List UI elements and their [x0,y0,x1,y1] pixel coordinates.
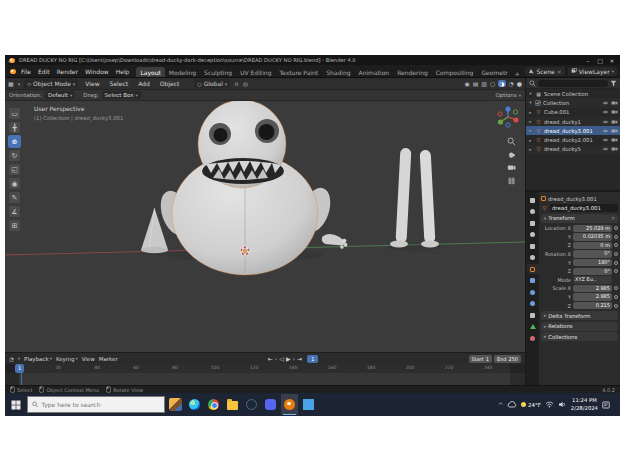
menu-edit[interactable]: Edit [35,68,53,75]
viewlayer-selector[interactable]: ViewLayer ▾ [568,67,617,76]
timeline-track-area[interactable]: 20 40 60 80 100 120 140 160 180 200 220 … [5,364,525,385]
menu-file[interactable]: File [18,68,34,75]
marker-menu[interactable]: Marker [99,356,118,362]
location-z-field[interactable]: 0 m [573,242,612,250]
properties-tab-modifiers-icon[interactable] [527,276,539,286]
lock-icon[interactable] [614,269,618,273]
scene-selector[interactable]: Scene × [525,67,564,76]
collections-panel[interactable]: ▸ Collections [541,332,618,341]
legs-object[interactable] [390,148,439,248]
lock-icon[interactable] [614,226,618,230]
scale-x-field[interactable]: 2.985 [573,285,612,293]
add-primitive-tool[interactable]: ⊞ [8,219,21,232]
outliner-row-cube[interactable]: ▸ ▽ Cube.001 [526,108,620,117]
jump-to-end-button[interactable]: ⇥ [297,355,302,362]
properties-tab-material-icon[interactable] [527,333,539,343]
lock-icon[interactable] [614,286,618,290]
hide-eye-icon[interactable] [602,146,609,152]
steam-icon[interactable] [243,394,260,415]
delta-transform-panel[interactable]: ▸ Delta Transform [541,311,618,320]
tab-compositing[interactable]: Compositing [432,67,478,77]
keying-menu[interactable]: Keying▾ [56,356,78,362]
start-button[interactable] [7,393,25,416]
hidden-icons-chevron[interactable]: ^ [498,401,503,408]
search-icon[interactable] [529,80,536,87]
frame-end-field[interactable]: End250 [494,355,521,363]
hide-eye-icon[interactable] [602,109,609,115]
transform-panel-header[interactable]: ▾ Transform ≡ [541,214,618,223]
properties-tab-tool-icon[interactable] [527,195,539,205]
filter-icon[interactable] [610,80,617,87]
news-widget-button[interactable] [167,394,184,415]
relations-panel[interactable]: ▸ Relations [541,322,618,331]
timeline-ruler[interactable]: 20 40 60 80 100 120 140 160 180 200 220 … [5,364,525,373]
mode-dropdown[interactable]: ◇ Object Mode ▾ [24,79,78,88]
rotation-z-field[interactable]: 0° [573,268,612,276]
expand-chevron-icon[interactable]: ▸ [528,128,533,133]
properties-tab-constraints-icon[interactable] [527,310,539,320]
outliner-row-ducky1[interactable]: ▸ ▽ dread_ducky1 [526,117,620,126]
options-dropdown[interactable]: Options [496,92,517,98]
chrome-icon[interactable] [205,394,222,415]
tab-shading[interactable]: Shading [322,67,354,77]
properties-tab-scene-icon[interactable] [527,241,539,251]
taskbar-search[interactable] [27,396,165,413]
close-button[interactable]: × [606,55,618,65]
lock-icon[interactable] [614,304,618,308]
weather-widget[interactable]: 24°F [521,402,541,408]
move-tool[interactable]: ⊕ [8,135,21,148]
discord-icon[interactable] [262,394,279,415]
tab-uv-editing[interactable]: UV Editing [236,67,275,77]
transform-orientation-dropdown[interactable]: ○ Global ▾ [194,79,230,88]
scene-unlink-icon[interactable]: × [557,68,562,75]
hide-eye-icon[interactable] [602,128,609,134]
breadcrumb-object-name[interactable]: dread_ducky3.001 [548,196,597,202]
disable-render-icon[interactable] [611,146,618,152]
outliner-row-ducky2[interactable]: ▸ ▽ dread_ducky2.001 [526,135,620,144]
scene-3d[interactable] [5,101,525,352]
playback-menu[interactable]: Playback▾ [24,356,52,362]
show-overlays-icon[interactable]: ▤ [473,80,479,87]
add-workspace-button[interactable]: + [512,70,523,77]
action-center-icon[interactable] [602,401,610,409]
tab-texture-paint[interactable]: Texture Paint [275,67,322,77]
disable-render-icon[interactable] [611,100,618,106]
outliner-row-collection[interactable]: ▾ Collection [526,98,620,107]
measure-tool[interactable]: ∡ [8,205,21,218]
play-button[interactable]: ▶ [286,355,291,362]
lock-icon[interactable] [614,252,618,256]
disable-render-icon[interactable] [611,119,618,125]
expand-chevron-icon[interactable]: ▸ [528,147,533,152]
disable-render-icon[interactable] [611,137,618,143]
frame-start-field[interactable]: Start1 [469,355,492,363]
panel-menu-icon[interactable]: ≡ [611,216,615,221]
location-y-field[interactable]: 0.02035 m [573,233,612,241]
scale-y-field[interactable]: 2.985 [573,293,612,301]
edge-icon[interactable] [186,394,203,415]
file-explorer-icon[interactable] [224,394,241,415]
camera-view-icon[interactable] [507,163,516,172]
tab-geometry-nodes[interactable]: Geometr [477,67,511,77]
blender-app-menu-icon[interactable] [8,68,17,75]
onedrive-cloud-icon[interactable] [507,401,517,408]
previous-keyframe-button[interactable]: ‹ [275,355,277,362]
pan-view-icon[interactable] [507,150,516,159]
disable-render-icon[interactable] [611,109,618,115]
tab-layout[interactable]: Layout [136,67,164,77]
rotation-mode-dropdown[interactable]: XYZ Eu.. [573,276,612,284]
viewport-menu-view[interactable]: View [82,80,102,87]
lock-icon[interactable] [614,261,618,265]
select-box-tool[interactable]: ▭ [8,107,21,120]
drag-dropdown[interactable]: Select Box ▾ [102,91,141,99]
lock-icon[interactable] [614,243,618,247]
properties-tab-physics-icon[interactable] [527,299,539,309]
tab-modeling[interactable]: Modeling [165,67,200,77]
properties-tab-output-icon[interactable] [527,218,539,228]
cursor-tool[interactable]: ╋ [8,121,21,134]
duck-object[interactable] [156,101,336,275]
show-gizmo-icon[interactable]: ◉ [464,80,469,87]
next-keyframe-button[interactable]: › [293,355,295,362]
playhead-frame-chip[interactable]: 1 [15,364,24,373]
menu-help[interactable]: Help [113,68,133,75]
expand-chevron-icon[interactable]: ▸ [528,110,533,115]
